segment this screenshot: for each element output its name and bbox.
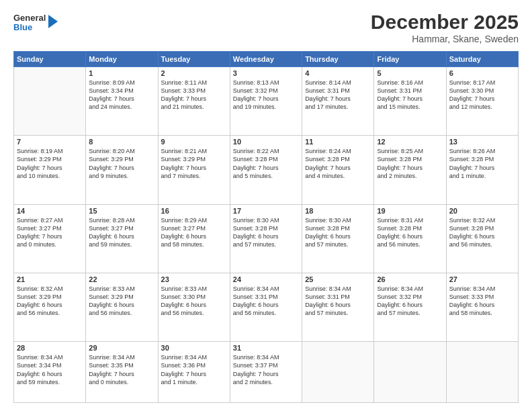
- day-number: 11: [305, 138, 371, 146]
- day-number: 16: [161, 207, 227, 215]
- cell-content: Sunrise: 8:34 AMSunset: 3:31 PMDaylight:…: [305, 285, 371, 318]
- cell-content: Sunrise: 8:17 AMSunset: 3:30 PMDaylight:…: [449, 79, 515, 111]
- cell-content: Sunrise: 8:14 AMSunset: 3:31 PMDaylight:…: [305, 79, 371, 111]
- cell-content: Sunrise: 8:34 AMSunset: 3:37 PMDaylight:…: [233, 353, 299, 386]
- logo-text: General Blue: [13, 13, 46, 33]
- cell-content: Sunrise: 8:34 AMSunset: 3:34 PMDaylight:…: [17, 353, 83, 386]
- day-number: 5: [377, 69, 443, 77]
- day-number: 13: [449, 138, 515, 146]
- day-number: 9: [161, 138, 227, 146]
- logo: General Blue: [13, 13, 58, 33]
- table-row: 10Sunrise: 8:22 AMSunset: 3:28 PMDayligh…: [230, 136, 302, 204]
- table-row: 17Sunrise: 8:30 AMSunset: 3:28 PMDayligh…: [230, 204, 302, 273]
- day-number: 23: [161, 275, 227, 283]
- day-number: 12: [377, 138, 443, 146]
- cell-content: Sunrise: 8:32 AMSunset: 3:29 PMDaylight:…: [17, 285, 83, 318]
- table-row: 21Sunrise: 8:32 AMSunset: 3:29 PMDayligh…: [14, 273, 86, 341]
- table-row: 29Sunrise: 8:34 AMSunset: 3:35 PMDayligh…: [86, 342, 158, 403]
- day-number: 26: [377, 275, 443, 283]
- table-row: 15Sunrise: 8:28 AMSunset: 3:27 PMDayligh…: [86, 204, 158, 273]
- table-row: 9Sunrise: 8:21 AMSunset: 3:29 PMDaylight…: [158, 136, 230, 204]
- day-number: 19: [377, 207, 443, 215]
- table-row: 3Sunrise: 8:13 AMSunset: 3:32 PMDaylight…: [230, 67, 302, 136]
- table-row: [14, 67, 86, 136]
- table-row: 14Sunrise: 8:27 AMSunset: 3:27 PMDayligh…: [14, 204, 86, 273]
- day-number: 14: [17, 207, 83, 215]
- col-tuesday: Tuesday: [158, 52, 230, 67]
- day-number: 3: [233, 69, 299, 77]
- cell-content: Sunrise: 8:19 AMSunset: 3:29 PMDaylight:…: [17, 147, 83, 180]
- table-row: [302, 342, 374, 403]
- table-row: 16Sunrise: 8:29 AMSunset: 3:27 PMDayligh…: [158, 204, 230, 273]
- cell-content: Sunrise: 8:21 AMSunset: 3:29 PMDaylight:…: [161, 147, 227, 180]
- cell-content: Sunrise: 8:11 AMSunset: 3:33 PMDaylight:…: [161, 79, 227, 111]
- table-row: [374, 342, 446, 403]
- cell-content: Sunrise: 8:34 AMSunset: 3:36 PMDaylight:…: [161, 353, 227, 386]
- table-row: 20Sunrise: 8:32 AMSunset: 3:28 PMDayligh…: [446, 204, 518, 273]
- cell-content: Sunrise: 8:33 AMSunset: 3:29 PMDaylight:…: [89, 285, 154, 318]
- cell-content: Sunrise: 8:29 AMSunset: 3:27 PMDaylight:…: [161, 216, 227, 249]
- day-number: 10: [233, 138, 299, 146]
- logo-blue: Blue: [13, 23, 46, 32]
- day-number: 17: [233, 207, 299, 215]
- table-row: 11Sunrise: 8:24 AMSunset: 3:28 PMDayligh…: [302, 136, 374, 204]
- table-row: 27Sunrise: 8:34 AMSunset: 3:33 PMDayligh…: [446, 273, 518, 341]
- logo-arrow-icon: [48, 15, 58, 28]
- day-number: 7: [17, 138, 83, 146]
- header: General Blue December 2025 Hammar, Skane…: [13, 11, 519, 44]
- table-row: 1Sunrise: 8:09 AMSunset: 3:34 PMDaylight…: [86, 67, 158, 136]
- cell-content: Sunrise: 8:34 AMSunset: 3:33 PMDaylight:…: [449, 285, 515, 318]
- cell-content: Sunrise: 8:09 AMSunset: 3:34 PMDaylight:…: [89, 79, 154, 111]
- cell-content: Sunrise: 8:33 AMSunset: 3:30 PMDaylight:…: [161, 285, 227, 318]
- cell-content: Sunrise: 8:25 AMSunset: 3:28 PMDaylight:…: [377, 147, 443, 180]
- day-number: 29: [89, 344, 154, 352]
- day-number: 27: [449, 275, 515, 283]
- day-number: 2: [161, 69, 227, 77]
- col-monday: Monday: [86, 52, 158, 67]
- table-row: 19Sunrise: 8:31 AMSunset: 3:28 PMDayligh…: [374, 204, 446, 273]
- col-friday: Friday: [374, 52, 446, 67]
- cell-content: Sunrise: 8:30 AMSunset: 3:28 PMDaylight:…: [305, 216, 371, 249]
- cell-content: Sunrise: 8:26 AMSunset: 3:28 PMDaylight:…: [449, 147, 515, 180]
- day-number: 8: [89, 138, 154, 146]
- day-number: 20: [449, 207, 515, 215]
- table-row: 25Sunrise: 8:34 AMSunset: 3:31 PMDayligh…: [302, 273, 374, 341]
- cell-content: Sunrise: 8:34 AMSunset: 3:35 PMDaylight:…: [89, 353, 154, 386]
- table-row: 2Sunrise: 8:11 AMSunset: 3:33 PMDaylight…: [158, 67, 230, 136]
- table-row: [446, 342, 518, 403]
- logo-general: General: [13, 13, 46, 23]
- day-number: 24: [233, 275, 299, 283]
- table-row: 8Sunrise: 8:20 AMSunset: 3:29 PMDaylight…: [86, 136, 158, 204]
- table-row: 7Sunrise: 8:19 AMSunset: 3:29 PMDaylight…: [14, 136, 86, 204]
- col-wednesday: Wednesday: [230, 52, 302, 67]
- day-number: 28: [17, 344, 83, 352]
- day-number: 4: [305, 69, 371, 77]
- day-number: 22: [89, 275, 154, 283]
- day-number: 15: [89, 207, 154, 215]
- table-row: 5Sunrise: 8:16 AMSunset: 3:31 PMDaylight…: [374, 67, 446, 136]
- cell-content: Sunrise: 8:34 AMSunset: 3:32 PMDaylight:…: [377, 285, 443, 318]
- calendar-table: Sunday Monday Tuesday Wednesday Thursday…: [13, 51, 519, 403]
- calendar-header-row: Sunday Monday Tuesday Wednesday Thursday…: [14, 52, 519, 67]
- table-row: 22Sunrise: 8:33 AMSunset: 3:29 PMDayligh…: [86, 273, 158, 341]
- day-number: 1: [89, 69, 154, 77]
- cell-content: Sunrise: 8:16 AMSunset: 3:31 PMDaylight:…: [377, 79, 443, 111]
- cell-content: Sunrise: 8:34 AMSunset: 3:31 PMDaylight:…: [233, 285, 299, 318]
- table-row: 18Sunrise: 8:30 AMSunset: 3:28 PMDayligh…: [302, 204, 374, 273]
- cell-content: Sunrise: 8:20 AMSunset: 3:29 PMDaylight:…: [89, 147, 154, 180]
- month-year-title: December 2025: [371, 11, 519, 34]
- cell-content: Sunrise: 8:27 AMSunset: 3:27 PMDaylight:…: [17, 216, 83, 249]
- cell-content: Sunrise: 8:24 AMSunset: 3:28 PMDaylight:…: [305, 147, 371, 180]
- table-row: 6Sunrise: 8:17 AMSunset: 3:30 PMDaylight…: [446, 67, 518, 136]
- day-number: 6: [449, 69, 515, 77]
- day-number: 18: [305, 207, 371, 215]
- cell-content: Sunrise: 8:31 AMSunset: 3:28 PMDaylight:…: [377, 216, 443, 249]
- table-row: 24Sunrise: 8:34 AMSunset: 3:31 PMDayligh…: [230, 273, 302, 341]
- table-row: 31Sunrise: 8:34 AMSunset: 3:37 PMDayligh…: [230, 342, 302, 403]
- table-row: 28Sunrise: 8:34 AMSunset: 3:34 PMDayligh…: [14, 342, 86, 403]
- cell-content: Sunrise: 8:22 AMSunset: 3:28 PMDaylight:…: [233, 147, 299, 180]
- cell-content: Sunrise: 8:13 AMSunset: 3:32 PMDaylight:…: [233, 79, 299, 111]
- day-number: 21: [17, 275, 83, 283]
- col-saturday: Saturday: [446, 52, 518, 67]
- page: General Blue December 2025 Hammar, Skane…: [0, 0, 532, 411]
